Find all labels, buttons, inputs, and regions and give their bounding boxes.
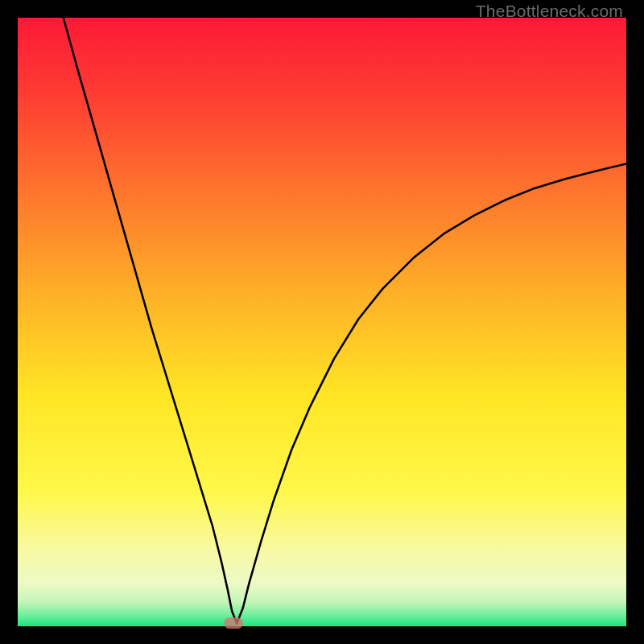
curve-path	[64, 18, 626, 623]
watermark-text: TheBottleneck.com	[476, 2, 623, 21]
bottleneck-curve	[18, 18, 626, 626]
bottleneck-marker	[224, 617, 243, 629]
